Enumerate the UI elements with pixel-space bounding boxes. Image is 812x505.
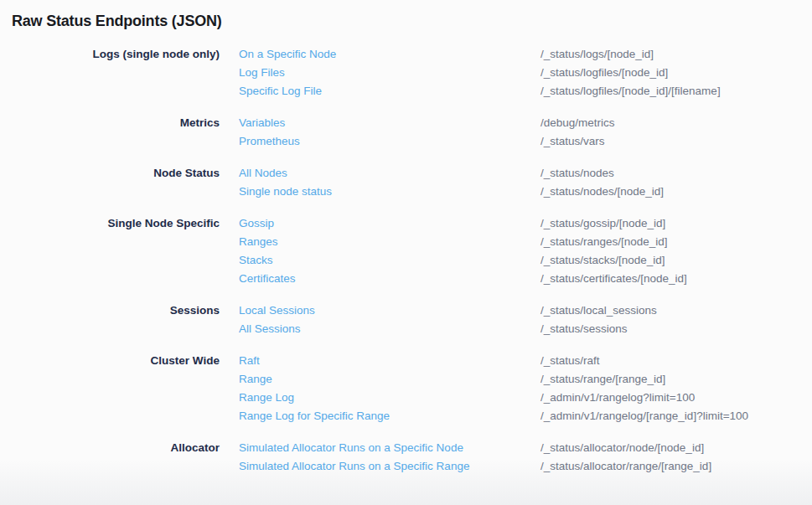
endpoint-link[interactable]: Local Sessions (239, 301, 540, 320)
endpoint-link[interactable]: Ranges (239, 233, 540, 251)
endpoint-link[interactable]: All Sessions (239, 320, 540, 338)
endpoint-link[interactable]: Raft (239, 352, 540, 370)
endpoint-row: Ranges /_status/ranges/[node_id] (239, 233, 812, 251)
endpoint-path: /_status/logfiles/[node_id] (540, 64, 668, 82)
endpoint-row: On a Specific Node /_status/logs/[node_i… (239, 45, 812, 64)
endpoint-path: /_status/allocator/range/[range_id] (540, 457, 711, 476)
endpoint-row: Certificates /_status/certificates/[node… (239, 270, 812, 288)
endpoint-row: Single node status /_status/nodes/[node_… (239, 183, 812, 201)
endpoint-link[interactable]: Range Log (239, 389, 540, 407)
endpoint-group: Logs (single node only) On a Specific No… (12, 45, 812, 100)
endpoint-path: /_status/certificates/[node_id] (540, 270, 687, 288)
endpoint-link[interactable]: Single node status (239, 183, 540, 201)
endpoint-path: /_status/stacks/[node_id] (540, 251, 665, 270)
endpoint-groups: Logs (single node only) On a Specific No… (12, 45, 812, 476)
endpoint-path: /_status/raft (540, 352, 600, 370)
endpoint-row: Simulated Allocator Runs on a Specific N… (239, 439, 812, 457)
endpoint-row: Range Log /_admin/v1/rangelog?limit=100 (239, 389, 812, 407)
endpoint-path: /_status/allocator/node/[node_id] (540, 439, 704, 457)
endpoint-path: /_status/vars (540, 132, 605, 151)
endpoint-path: /_admin/v1/rangelog/[range_id]?limit=100 (540, 407, 748, 425)
endpoint-rows: Variables /debug/metrics Prometheus /_st… (239, 114, 812, 151)
endpoint-link[interactable]: On a Specific Node (239, 45, 540, 64)
endpoint-group: Cluster Wide Raft /_status/raft Range /_… (12, 352, 812, 425)
endpoint-row: All Nodes /_status/nodes (239, 164, 812, 183)
endpoint-path: /_status/logs/[node_id] (540, 45, 654, 64)
endpoint-row: Log Files /_status/logfiles/[node_id] (239, 64, 812, 82)
endpoint-link[interactable]: Log Files (239, 64, 540, 82)
category-label: Sessions (12, 301, 220, 338)
endpoint-link[interactable]: Prometheus (239, 132, 540, 151)
endpoint-path: /_status/nodes (540, 164, 614, 183)
endpoint-row: Range Log for Specific Range /_admin/v1/… (239, 407, 812, 425)
endpoint-link[interactable]: Variables (239, 114, 540, 132)
endpoint-link[interactable]: All Nodes (239, 164, 540, 183)
endpoint-row: Raft /_status/raft (239, 352, 812, 370)
category-label: Cluster Wide (12, 352, 220, 425)
endpoint-row: Variables /debug/metrics (239, 114, 812, 132)
endpoint-path: /_status/range/[range_id] (540, 370, 665, 389)
endpoint-link[interactable]: Certificates (239, 270, 540, 288)
endpoint-rows: Gossip /_status/gossip/[node_id] Ranges … (239, 214, 812, 288)
category-label: Node Status (12, 164, 220, 201)
category-label: Single Node Specific (12, 214, 220, 288)
endpoint-group: Single Node Specific Gossip /_status/gos… (12, 214, 812, 288)
endpoint-link[interactable]: Specific Log File (239, 82, 540, 100)
endpoint-path: /_status/ranges/[node_id] (540, 233, 668, 251)
endpoint-link[interactable]: Stacks (239, 251, 540, 270)
endpoint-row: Local Sessions /_status/local_sessions (239, 301, 812, 320)
endpoint-row: All Sessions /_status/sessions (239, 320, 812, 338)
endpoint-row: Stacks /_status/stacks/[node_id] (239, 251, 812, 270)
endpoint-group: Metrics Variables /debug/metrics Prometh… (12, 114, 812, 151)
endpoint-row: Simulated Allocator Runs on a Specific R… (239, 457, 812, 476)
endpoint-row: Range /_status/range/[range_id] (239, 370, 812, 389)
endpoint-rows: On a Specific Node /_status/logs/[node_i… (239, 45, 812, 100)
endpoint-link[interactable]: Gossip (239, 214, 540, 233)
endpoint-row: Gossip /_status/gossip/[node_id] (239, 214, 812, 233)
endpoint-path: /_status/gossip/[node_id] (540, 214, 665, 233)
endpoint-link[interactable]: Simulated Allocator Runs on a Specific R… (239, 457, 540, 476)
endpoint-path: /debug/metrics (540, 114, 615, 132)
endpoint-rows: Simulated Allocator Runs on a Specific N… (239, 439, 812, 476)
content: Raw Status Endpoints (JSON) Logs (single… (0, 0, 812, 476)
endpoint-path: /_status/local_sessions (540, 301, 657, 320)
endpoint-group: Node Status All Nodes /_status/nodes Sin… (12, 164, 812, 201)
endpoint-rows: Raft /_status/raft Range /_status/range/… (239, 352, 812, 425)
endpoint-path: /_status/sessions (540, 320, 628, 338)
endpoint-path: /_status/nodes/[node_id] (540, 183, 664, 201)
page-title: Raw Status Endpoints (JSON) (12, 11, 812, 31)
endpoint-link[interactable]: Simulated Allocator Runs on a Specific N… (239, 439, 540, 457)
endpoint-row: Prometheus /_status/vars (239, 132, 812, 151)
endpoint-path: /_status/logfiles/[node_id]/[filename] (540, 82, 721, 100)
endpoint-rows: All Nodes /_status/nodes Single node sta… (239, 164, 812, 201)
category-label: Allocator (12, 439, 220, 476)
endpoint-link[interactable]: Range (239, 370, 540, 389)
endpoint-row: Specific Log File /_status/logfiles/[nod… (239, 82, 812, 100)
category-label: Metrics (12, 114, 220, 151)
endpoint-group: Sessions Local Sessions /_status/local_s… (12, 301, 812, 338)
endpoint-link[interactable]: Range Log for Specific Range (239, 407, 540, 425)
endpoint-rows: Local Sessions /_status/local_sessions A… (239, 301, 812, 338)
category-label: Logs (single node only) (12, 45, 220, 100)
endpoint-group: Allocator Simulated Allocator Runs on a … (12, 439, 812, 476)
endpoint-path: /_admin/v1/rangelog?limit=100 (540, 389, 695, 407)
